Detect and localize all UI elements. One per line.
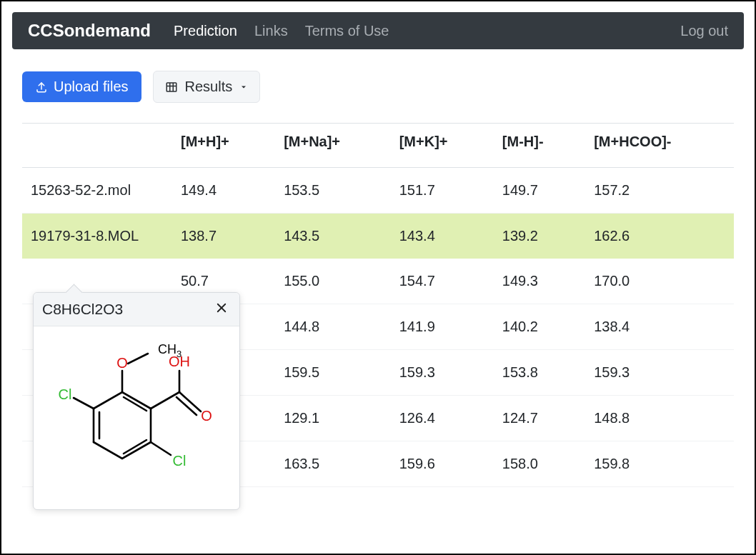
structure-popover: C8H6Cl2O3: [33, 292, 240, 510]
cell-value: 159.6: [391, 441, 494, 487]
cell-value: 138.7: [172, 214, 275, 259]
nav-link-terms[interactable]: Terms of Use: [305, 23, 389, 39]
navbar: CCSondemand Prediction Links Terms of Us…: [12, 12, 744, 49]
cell-value: 149.4: [172, 168, 275, 214]
cell-value: 139.2: [494, 214, 585, 259]
cell-value: 149.7: [494, 168, 585, 214]
cell-value: 170.0: [585, 259, 734, 304]
popover-body: O CH3 OH O Cl Cl: [34, 326, 239, 509]
col-mh: [M+H]+: [172, 124, 275, 168]
cell-value: 153.8: [494, 350, 585, 396]
cell-file: 15263-52-2.mol: [22, 168, 172, 214]
cell-value: 151.7: [391, 168, 494, 214]
svg-text:Cl: Cl: [173, 453, 186, 469]
popover-header: C8H6Cl2O3: [34, 293, 239, 326]
col-mk: [M+K]+: [391, 124, 494, 168]
upload-icon: [35, 81, 48, 94]
nav-link-prediction[interactable]: Prediction: [174, 23, 237, 39]
svg-line-12: [151, 392, 179, 409]
toolbar: Upload files Results: [12, 49, 744, 123]
cell-value: 126.4: [391, 396, 494, 441]
cell-value: 138.4: [585, 304, 734, 350]
cell-value: 159.5: [275, 350, 391, 396]
table-icon: [165, 81, 178, 94]
cell-value: 141.9: [391, 304, 494, 350]
upload-files-button[interactable]: Upload files: [22, 71, 141, 102]
cell-value: 163.5: [275, 441, 391, 487]
results-label: Results: [185, 79, 233, 95]
svg-line-16: [74, 398, 94, 409]
nav-link-links[interactable]: Links: [254, 23, 288, 39]
cell-value: 154.7: [391, 259, 494, 304]
table-header-row: [M+H]+ [M+Na]+ [M+K]+ [M-H]- [M+HCOO]-: [22, 124, 734, 168]
svg-text:O: O: [116, 355, 128, 371]
col-mna: [M+Na]+: [275, 124, 391, 168]
cell-value: 148.8: [585, 396, 734, 441]
svg-text:Cl: Cl: [59, 386, 72, 402]
svg-rect-1: [166, 83, 176, 91]
brand[interactable]: CCSondemand: [28, 21, 151, 41]
svg-text:O: O: [201, 408, 212, 424]
popover-close-button[interactable]: [212, 300, 231, 319]
cell-value: 155.0: [275, 259, 391, 304]
svg-line-17: [151, 442, 171, 455]
cell-value: 162.6: [585, 214, 734, 259]
cell-value: 159.3: [585, 350, 734, 396]
cell-value: 158.0: [494, 441, 585, 487]
cell-value: 153.5: [275, 168, 391, 214]
close-icon: [215, 301, 228, 314]
cell-value: 144.8: [275, 304, 391, 350]
cell-file: 19179-31-8.MOL: [22, 214, 172, 259]
table-row[interactable]: 19179-31-8.MOL138.7143.5143.4139.2162.6: [22, 214, 734, 259]
molecule-structure: O CH3 OH O Cl Cl: [44, 341, 229, 498]
cell-value: 159.8: [585, 441, 734, 487]
col-mhcoo: [M+HCOO]-: [585, 124, 734, 168]
cell-value: 143.5: [275, 214, 391, 259]
table-row[interactable]: 15263-52-2.mol149.4153.5151.7149.7157.2: [22, 168, 734, 214]
cell-value: 129.1: [275, 396, 391, 441]
logout-link[interactable]: Log out: [680, 23, 728, 39]
cell-value: 159.3: [391, 350, 494, 396]
cell-value: 157.2: [585, 168, 734, 214]
svg-text:OH: OH: [169, 354, 190, 369]
svg-line-11: [128, 354, 148, 364]
upload-label: Upload files: [54, 79, 129, 95]
results-dropdown[interactable]: Results: [153, 71, 261, 103]
popover-formula: C8H6Cl2O3: [42, 301, 123, 318]
caret-down-icon: [239, 83, 248, 91]
cell-value: 143.4: [391, 214, 494, 259]
cell-value: 124.7: [494, 396, 585, 441]
cell-value: 140.2: [494, 304, 585, 350]
col-mhneg: [M-H]-: [494, 124, 585, 168]
cell-value: 149.3: [494, 259, 585, 304]
col-file: [22, 124, 172, 168]
